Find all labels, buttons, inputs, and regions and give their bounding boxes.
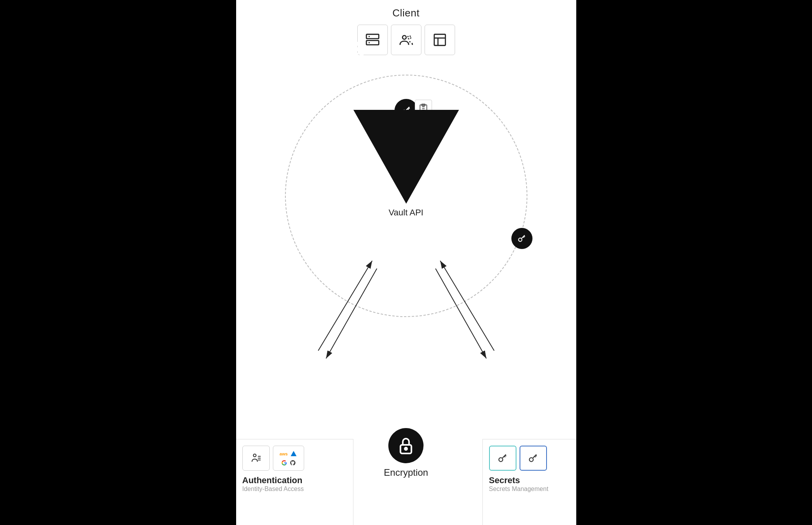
svg-point-3 (368, 42, 369, 43)
auth-subtitle: Identity-Based Access (242, 486, 347, 493)
encryption-container: Encryption (384, 428, 428, 478)
secrets-subtitle: Secrets Management (489, 486, 570, 493)
svg-point-22 (518, 238, 522, 242)
server-icon (365, 32, 380, 47)
client-icons-row (357, 25, 455, 55)
github-logo (290, 460, 296, 466)
secrets-title: Secrets (489, 475, 570, 486)
svg-point-30 (499, 458, 503, 462)
vault-grid-icon (343, 42, 364, 57)
auth-icons-row: aws (242, 446, 347, 471)
auth-provider-icons-box: aws (273, 446, 304, 471)
key-bubble-right (511, 228, 532, 249)
svg-point-25 (253, 454, 256, 457)
vault-triangle-container: Vault API (353, 110, 459, 218)
svg-rect-1 (366, 41, 379, 45)
secrets-key-blue-box (520, 446, 547, 471)
svg-point-31 (529, 458, 533, 462)
vault-api-label: Vault API (389, 208, 423, 218)
svg-marker-29 (290, 451, 296, 457)
svg-point-5 (407, 36, 410, 39)
key-teal-icon (497, 452, 509, 464)
vault-triangle (353, 110, 459, 204)
key-blue-icon (527, 452, 539, 464)
client-layout-icon-box (425, 25, 455, 55)
users-icon (399, 32, 414, 47)
encryption-label: Encryption (384, 467, 428, 478)
secrets-section: Secrets Secrets Management (482, 439, 576, 525)
auth-person-icon-box (242, 446, 270, 471)
client-label: Client (393, 7, 419, 19)
main-panel: Client (236, 0, 576, 525)
diagram-area: Vault API Encryption (236, 55, 576, 525)
svg-rect-6 (434, 34, 445, 46)
secrets-key-teal-box (489, 446, 516, 471)
google-logo (281, 460, 287, 466)
auth-section: aws (236, 439, 353, 525)
key-icon-right (517, 233, 527, 244)
encryption-circle (388, 428, 423, 463)
layout-icon (432, 32, 447, 47)
person-lines-icon (251, 453, 262, 464)
auth-title: Authentication (242, 475, 347, 486)
svg-point-2 (368, 36, 369, 37)
client-users-icon-box (391, 25, 421, 55)
secrets-icons-row (489, 446, 570, 471)
lock-icon (396, 436, 415, 455)
azure-logo (290, 450, 297, 457)
aws-logo: aws (280, 452, 288, 456)
svg-rect-0 (366, 34, 379, 39)
svg-point-4 (402, 36, 406, 39)
svg-point-24 (405, 448, 407, 450)
